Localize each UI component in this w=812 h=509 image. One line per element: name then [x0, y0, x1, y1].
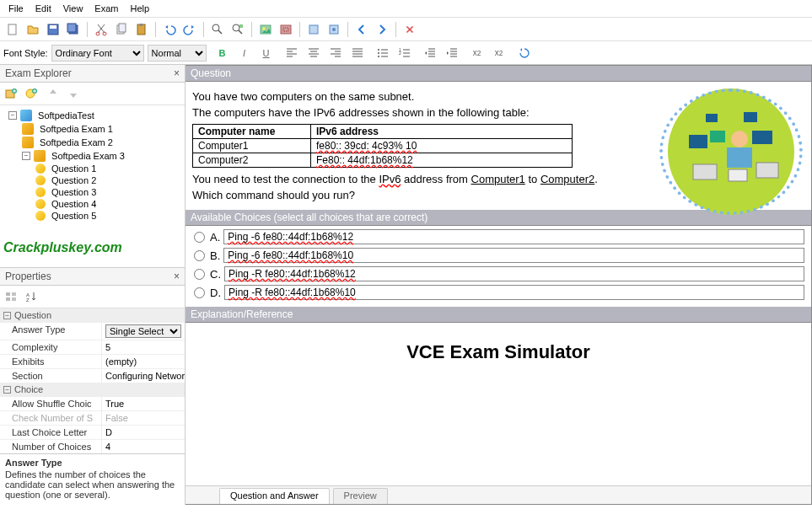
close-icon[interactable]: ×	[174, 67, 180, 79]
copy-button[interactable]	[112, 20, 131, 39]
svg-rect-31	[6, 297, 10, 301]
menu-file[interactable]: File	[3, 2, 29, 15]
paste-button[interactable]	[132, 20, 151, 39]
insert-image-button[interactable]	[256, 20, 275, 39]
move-down-button[interactable]	[64, 84, 83, 103]
underline-button[interactable]: U	[257, 44, 276, 62]
align-left-button[interactable]	[282, 44, 301, 62]
nav-next-button[interactable]	[373, 20, 391, 39]
choice-row[interactable]: D.Ping -R fe80::44df:1b68%10	[192, 283, 804, 302]
new-file-button[interactable]	[3, 20, 22, 39]
align-justify-button[interactable]	[348, 44, 367, 62]
choice-row[interactable]: C.Ping -R fe80::44df:1b68%12	[192, 265, 804, 283]
clear-button[interactable]	[401, 20, 419, 39]
tree-exam[interactable]: − Softpedia Exam 3	[2, 149, 183, 163]
tree-question[interactable]: Question 5	[2, 210, 183, 222]
insert-hotarea-button[interactable]	[277, 20, 295, 39]
open-file-button[interactable]	[24, 20, 42, 39]
tree-exam[interactable]: Softpedia Exam 2	[2, 136, 183, 149]
bold-button[interactable]: B	[213, 44, 232, 62]
alphabetical-button[interactable]: AZ	[22, 287, 40, 306]
address-table: Computer nameIPv6 address Computer1fe80:…	[192, 124, 573, 168]
left-panel: Exam Explorer × − SoftpediaTest Softpedi…	[0, 65, 186, 505]
preview-button[interactable]	[304, 20, 323, 39]
prop-row-exhibits[interactable]: Exhibits(empty)	[0, 354, 185, 368]
tree-question[interactable]: Question 4	[2, 198, 183, 210]
answer-type-select[interactable]: Single Select	[105, 324, 181, 338]
menu-view[interactable]: View	[58, 2, 89, 15]
prop-row-shuffle[interactable]: Allow Shuffle ChoicTrue	[0, 396, 185, 410]
fontsize-select[interactable]: Normal	[148, 45, 207, 62]
categorized-button[interactable]	[2, 287, 20, 306]
svg-point-22	[378, 52, 379, 54]
svg-text:2: 2	[399, 51, 401, 56]
find-replace-button[interactable]	[229, 20, 247, 39]
svg-rect-18	[309, 25, 318, 34]
choice-text[interactable]: Ping -R fe80::44df:1b68%10	[224, 285, 804, 300]
question-body[interactable]: You have two computers on the same subne…	[186, 82, 811, 210]
close-icon[interactable]: ×	[174, 271, 180, 282]
explorer-toolbar	[0, 83, 185, 105]
choice-text[interactable]: Ping -6 fe80::44df:1b68%10	[223, 248, 804, 263]
add-exam-button[interactable]	[2, 84, 20, 103]
tree-question[interactable]: Question 1	[2, 163, 183, 174]
content-area: Question You have two computers on the s…	[186, 65, 812, 505]
decorative-illustration	[659, 88, 803, 215]
tree-question[interactable]: Question 2	[2, 174, 183, 186]
menu-help[interactable]: Help	[125, 2, 154, 15]
exam-tree[interactable]: − SoftpediaTest Softpedia Exam 1 Softped…	[0, 105, 185, 232]
menu-edit[interactable]: Edit	[30, 2, 56, 15]
align-center-button[interactable]	[304, 44, 323, 62]
format-toolbar: Font Style: Ordinary Font Normal B I U 1…	[0, 41, 812, 65]
choice-radio-c[interactable]	[194, 269, 205, 280]
settings-button[interactable]	[325, 20, 343, 39]
choice-radio-d[interactable]	[194, 287, 205, 298]
refresh-button[interactable]	[515, 44, 534, 62]
prop-row-section[interactable]: SectionConfiguring Network C	[0, 368, 185, 383]
italic-button[interactable]: I	[235, 44, 254, 62]
explanation-body[interactable]: VCE Exam Simulator	[186, 323, 811, 485]
undo-button[interactable]	[160, 20, 179, 39]
choice-text[interactable]: Ping -R fe80::44df:1b68%12	[224, 266, 804, 281]
align-right-button[interactable]	[326, 44, 345, 62]
choice-radio-b[interactable]	[194, 250, 205, 261]
props-category-question[interactable]: −Question	[0, 308, 185, 322]
choice-row[interactable]: B.Ping -6 fe80::44df:1b68%10	[192, 246, 804, 265]
bulleted-list-button[interactable]	[374, 44, 392, 62]
subscript-button[interactable]: x2	[490, 44, 508, 62]
choice-radio-a[interactable]	[194, 232, 205, 243]
tab-preview[interactable]: Preview	[333, 488, 388, 504]
tab-question-answer[interactable]: Question and Answer	[219, 488, 330, 504]
svg-rect-8	[119, 24, 126, 32]
tree-root[interactable]: − SoftpediaTest	[2, 109, 183, 122]
choice-text[interactable]: Ping -6 fe80::44df:1b68%12	[223, 229, 804, 244]
choice-row[interactable]: A.Ping -6 fe80::44df:1b68%12	[192, 228, 804, 246]
menu-exam[interactable]: Exam	[89, 2, 123, 15]
prop-row-num-choices[interactable]: Number of Choices4	[0, 439, 185, 453]
svg-rect-30	[6, 292, 10, 296]
explorer-title: Exam Explorer	[5, 67, 72, 79]
save-button[interactable]	[44, 20, 62, 39]
tree-question[interactable]: Question 3	[2, 186, 183, 198]
redo-button[interactable]	[180, 20, 199, 39]
props-category-choice[interactable]: −Choice	[0, 383, 185, 396]
save-all-button[interactable]	[64, 20, 83, 39]
svg-rect-34	[689, 135, 707, 148]
tree-exam[interactable]: Softpedia Exam 1	[2, 122, 183, 136]
move-up-button[interactable]	[44, 84, 62, 103]
fontstyle-select[interactable]: Ordinary Font	[51, 45, 144, 62]
watermark-text: Crackpluskey.com	[0, 232, 185, 267]
find-button[interactable]	[208, 20, 227, 39]
cut-button[interactable]	[92, 20, 110, 39]
indent-left-button[interactable]	[421, 44, 439, 62]
superscript-button[interactable]: x2	[468, 44, 487, 62]
add-question-button[interactable]	[22, 84, 40, 103]
indent-right-button[interactable]	[443, 44, 461, 62]
prop-row-complexity[interactable]: Complexity5	[0, 340, 185, 354]
svg-rect-38	[727, 147, 752, 168]
prop-row-answer-type[interactable]: Answer TypeSingle Select	[0, 322, 185, 340]
prop-row-last-letter[interactable]: Last Choice LetterD	[0, 425, 185, 439]
numbered-list-button[interactable]: 12	[395, 44, 414, 62]
svg-rect-0	[8, 24, 16, 35]
nav-prev-button[interactable]	[352, 20, 371, 39]
